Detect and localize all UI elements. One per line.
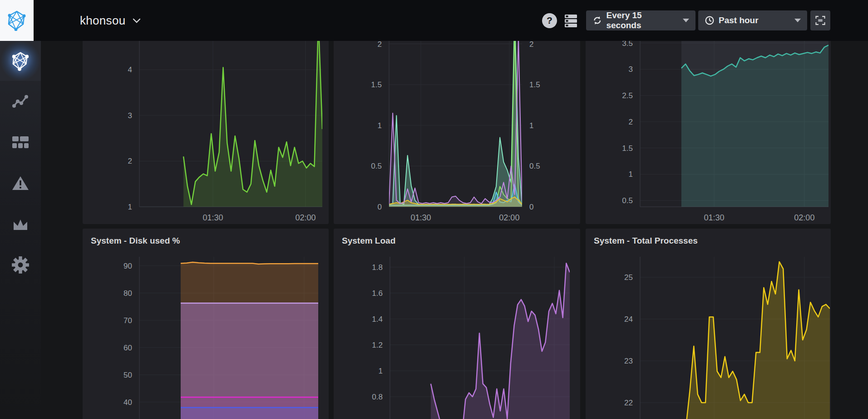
caret-down-icon bbox=[794, 19, 801, 22]
x-axis-label: 01:30 bbox=[411, 213, 431, 222]
x-axis-label: 01:30 bbox=[704, 213, 725, 222]
x-axis-label: 02:00 bbox=[499, 213, 519, 222]
alert-triangle-icon bbox=[11, 175, 30, 191]
sidebar-item-plugins[interactable] bbox=[0, 204, 41, 244]
y-axis-label: 2 bbox=[629, 118, 633, 126]
y-axis-label: 4 bbox=[128, 65, 132, 74]
y-axis-label: 1 bbox=[128, 203, 132, 211]
y-axis-label: 0 bbox=[378, 203, 382, 211]
y-axis-label-right: 0.5 bbox=[529, 162, 540, 170]
y-axis-label: 1.5 bbox=[622, 144, 633, 153]
dashboard-title-menu[interactable]: khonsou bbox=[80, 0, 141, 41]
sidebar-item-alerting[interactable] bbox=[0, 163, 41, 204]
y-axis-label: 1.4 bbox=[372, 315, 383, 324]
y-axis-label: 1.8 bbox=[372, 263, 383, 272]
series-area-mint bbox=[389, 17, 522, 207]
y-axis-label-right: 0 bbox=[529, 203, 533, 211]
sidebar bbox=[0, 41, 41, 419]
chevron-down-icon bbox=[133, 18, 141, 23]
refresh-interval-button[interactable]: Every 15 seconds bbox=[586, 10, 695, 30]
series-area-green bbox=[183, 20, 322, 207]
panel-title[interactable]: System - Total Processes bbox=[586, 229, 831, 250]
y-axis-label: 2 bbox=[128, 157, 132, 165]
cycle-view-mode-button[interactable] bbox=[563, 13, 578, 28]
y-axis-label: 0.5 bbox=[371, 162, 382, 170]
help-button[interactable]: ? bbox=[542, 13, 557, 28]
y-axis-label: 1.2 bbox=[372, 341, 383, 349]
y-axis-label: 70 bbox=[123, 316, 132, 325]
y-axis-label: 0.5 bbox=[622, 196, 633, 205]
y-axis-label-right: 1.5 bbox=[529, 80, 540, 89]
graph-line-icon bbox=[12, 94, 29, 109]
chart-canvas[interactable]: 0.511.522.533.501:3002:00 bbox=[586, 17, 831, 224]
series-area-blue bbox=[181, 408, 318, 419]
panel-row1-col2[interactable]: 000.50.5111.51.52201:3002:00 bbox=[334, 17, 580, 224]
y-axis-label: 2.5 bbox=[622, 91, 633, 100]
polyhedron-logo-icon bbox=[6, 10, 27, 31]
sidebar-item-dashboards[interactable] bbox=[0, 122, 41, 163]
panel-system-load[interactable]: System Load 0.60.811.21.41.61.801:3002:0… bbox=[334, 229, 580, 419]
x-axis-label: 02:00 bbox=[794, 213, 814, 222]
panel-system-total-processes[interactable]: System - Total Processes 2223242501:3002… bbox=[586, 229, 831, 419]
refresh-interval-label: Every 15 seconds bbox=[606, 10, 677, 30]
y-axis-label: 80 bbox=[123, 289, 132, 298]
y-axis-label: 3 bbox=[128, 111, 132, 120]
clock-icon bbox=[705, 15, 715, 25]
chart-canvas[interactable]: 2223242501:3002:00 bbox=[586, 229, 831, 419]
dashboards-grid-icon bbox=[12, 136, 29, 149]
sidebar-item-home[interactable] bbox=[0, 41, 41, 81]
caret-down-icon bbox=[683, 19, 689, 22]
time-range-button[interactable]: Past hour bbox=[698, 10, 807, 30]
y-axis-label: 1.5 bbox=[371, 80, 382, 89]
chart-canvas[interactable]: 40506070809001:3002:00 bbox=[83, 229, 329, 419]
panel-row1-col3[interactable]: 0.511.522.533.501:3002:00 bbox=[586, 17, 831, 224]
y-axis-label: 1.6 bbox=[372, 289, 383, 298]
panel-title[interactable]: System Load bbox=[334, 229, 580, 250]
network-polyhedron-icon bbox=[10, 51, 30, 71]
kiosk-mode-icon bbox=[814, 14, 827, 27]
series-area-purple bbox=[431, 263, 570, 419]
panel-list-icon bbox=[563, 13, 578, 28]
sidebar-item-configuration[interactable] bbox=[0, 244, 41, 285]
y-axis-label: 25 bbox=[624, 273, 633, 282]
y-axis-label: 0.8 bbox=[372, 393, 383, 401]
x-axis-label: 02:00 bbox=[295, 213, 316, 222]
y-axis-label: 24 bbox=[624, 315, 633, 324]
y-axis-label: 23 bbox=[624, 357, 633, 365]
panel-row1-col1[interactable]: 123401:3002:00 bbox=[83, 17, 329, 224]
y-axis-label: 3 bbox=[629, 65, 633, 74]
chart-canvas[interactable]: 000.50.5111.51.52201:3002:00 bbox=[334, 17, 580, 224]
x-axis-label: 01:30 bbox=[202, 213, 223, 222]
series-area-yellow bbox=[686, 262, 830, 419]
y-axis-label: 1 bbox=[378, 121, 382, 130]
chart-canvas[interactable]: 0.60.811.21.41.61.801:3002:00 bbox=[334, 229, 580, 419]
crown-icon bbox=[12, 217, 29, 231]
app-logo[interactable] bbox=[0, 0, 34, 41]
top-navbar: khonsou ? Every 15 sec bbox=[0, 0, 868, 41]
help-label: ? bbox=[547, 15, 552, 26]
time-range-label: Past hour bbox=[719, 15, 759, 25]
y-axis-label: 60 bbox=[123, 344, 132, 352]
y-axis-label: 22 bbox=[624, 399, 633, 407]
panel-title[interactable]: System - Disk used % bbox=[83, 229, 329, 250]
y-axis-label-right: 1 bbox=[529, 121, 533, 130]
dashboard-title: khonsou bbox=[80, 14, 125, 28]
y-axis-label-right: 2 bbox=[529, 40, 533, 49]
fullscreen-button[interactable] bbox=[810, 10, 830, 30]
y-axis-label: 1 bbox=[379, 367, 383, 375]
y-axis-label: 50 bbox=[123, 371, 132, 379]
panel-system-disk-used[interactable]: System - Disk used % 40506070809001:3002… bbox=[83, 229, 329, 419]
sidebar-item-explore[interactable] bbox=[0, 81, 41, 122]
navbar-controls: ? Every 15 seconds bbox=[542, 0, 830, 41]
chart-canvas[interactable]: 123401:3002:00 bbox=[83, 17, 329, 224]
gear-icon bbox=[11, 255, 30, 274]
refresh-icon bbox=[592, 15, 602, 25]
y-axis-label: 90 bbox=[123, 262, 132, 270]
y-axis-label: 1 bbox=[629, 170, 633, 179]
y-axis-label: 40 bbox=[123, 398, 132, 407]
y-axis-label: 2 bbox=[378, 40, 382, 49]
